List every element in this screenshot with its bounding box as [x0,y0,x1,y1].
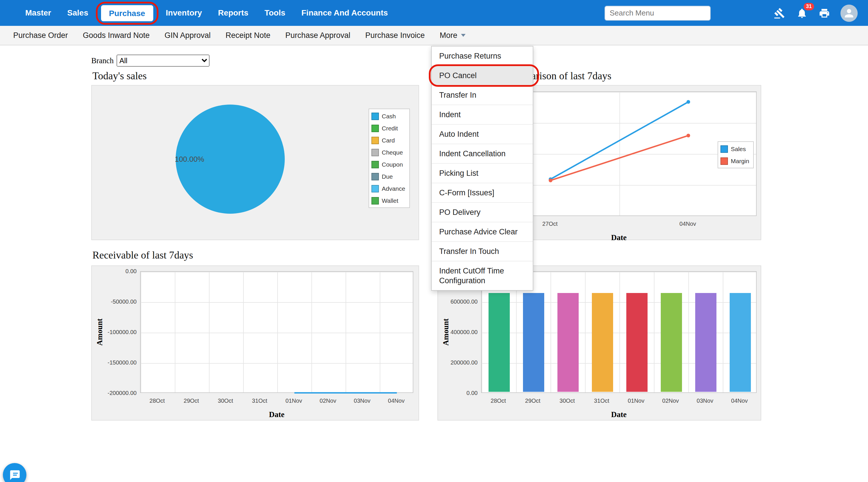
y-tick-label: 200000.00 [438,359,477,366]
legend-label: Due [382,173,393,180]
subnav-receipt-note[interactable]: Receipt Note [218,26,278,45]
x-tick-27oct: 27Oct [542,221,557,227]
x-tick-30oct: 30Oct [559,398,575,404]
y-axis-label: Amount [441,318,451,346]
chat-widget-button[interactable] [3,463,26,482]
legend-item-advance: Advance [371,184,405,193]
menu-item-indent-cancellation[interactable]: Indent Cancellation [432,144,533,164]
chevron-down-icon [461,34,465,37]
menu-item-transfer-in-touch[interactable]: Transfer In Touch [432,242,533,261]
avatar[interactable] [840,4,858,22]
bell-icon[interactable]: 31 [796,7,808,19]
menu-item-auto-indent[interactable]: Auto Indent [432,125,533,144]
gavel-icon[interactable] [773,7,786,19]
bar-31oct [592,293,613,392]
subnav-gin-approval[interactable]: GIN Approval [157,26,218,45]
legend-item-coupon: Coupon [371,160,405,169]
x-tick-03nov: 03Nov [696,398,713,404]
more-dropdown-menu: Purchase ReturnsPO CancelTransfer InInde… [431,46,533,291]
y-tick-label: 0.00 [438,390,477,396]
legend-swatch-margin [720,157,728,165]
nav-finance-and-accounts[interactable]: Finance And Accounts [293,0,396,26]
menu-item-po-cancel[interactable]: PO Cancel [432,66,533,86]
menu-item-c-form-issues[interactable]: C-Form [Issues] [432,183,533,203]
annotation-po-cancel-highlight [429,64,539,87]
subnav-more-label: More [440,26,458,45]
nav-tools[interactable]: Tools [256,0,293,26]
legend-item-cheque: Cheque [371,148,405,157]
y-axis-label: Amount [95,318,104,346]
subnav-purchase-order[interactable]: Purchase Order [6,26,75,45]
pie-slice-label: 100.00% [175,155,205,164]
topnav-right-tools: 31 [604,4,858,22]
legend-label: Margin [731,158,749,164]
y-tick-label: -200000.00 [92,390,136,396]
branch-filter-row: Branch All [91,55,210,67]
purchase-sub-navigation: Purchase Order Goods Inward Note GIN App… [0,26,868,46]
legend-item-margin: Margin [720,156,749,166]
nav-inventory[interactable]: Inventory [158,0,210,26]
legend-label: Coupon [382,161,403,168]
bar-29oct [523,293,544,392]
legend-label: Card [382,137,395,144]
legend-swatch-coupon [371,161,379,168]
today-sales-panel: 100.00% CashCreditCardChequeCouponDueAdv… [91,85,419,240]
printer-icon[interactable] [818,7,831,19]
menu-item-transfer-in[interactable]: Transfer In [432,86,533,105]
x-tick-01nov: 01Nov [628,398,644,404]
legend-label: Cash [382,113,396,119]
bar-04nov [730,293,751,392]
legend-item-sales: Sales [720,144,749,153]
bar-28oct [488,293,509,392]
y-tick-label: 0.00 [92,268,136,274]
bar-02nov [660,293,682,392]
left-column: Today's sales 100.00% CashCreditCardCheq… [91,70,419,432]
search-input[interactable] [604,5,711,20]
x-tick-29oct: 29Oct [184,398,199,404]
x-tick-31oct: 31Oct [594,398,609,404]
branch-select[interactable]: All [117,55,210,67]
legend-item-cash: Cash [371,111,405,121]
legend-swatch-due [371,173,379,180]
app-viewport: Master Sales Purchase Inventory Reports … [0,0,868,482]
x-tick-01nov: 01Nov [286,398,302,404]
x-tick-28oct: 28Oct [491,398,506,404]
menu-item-indent-cutoff-time-configuration[interactable]: Indent CutOff Time Configuration [432,261,533,290]
nav-reports[interactable]: Reports [210,0,257,26]
y-tick-label: -150000.00 [92,359,136,366]
chat-icon [9,469,20,481]
menu-item-po-delivery[interactable]: PO Delivery [432,203,533,222]
x-tick-04nov: 04Nov [731,398,748,404]
nav-purchase-label: Purchase [109,8,145,18]
menu-item-picking-list[interactable]: Picking List [432,164,533,183]
nav-master[interactable]: Master [17,0,59,26]
subnav-purchase-approval[interactable]: Purchase Approval [278,26,358,45]
subnav-more[interactable]: More [432,26,473,45]
bar-03nov [695,293,716,392]
legend-label: Credit [382,125,398,132]
bar-01nov [626,293,647,392]
legend-item-due: Due [371,172,405,181]
nav-purchase[interactable]: Purchase [101,5,153,21]
legend-swatch-card [371,137,379,144]
menu-item-indent[interactable]: Indent [432,105,533,125]
legend-swatch-wallet [371,197,379,204]
pie-legend: CashCreditCardChequeCouponDueAdvanceWall… [369,109,410,208]
legend-item-card: Card [371,136,405,145]
line-chart-legend: SalesMargin [718,141,754,168]
menu-item-purchase-returns[interactable]: Purchase Returns [432,47,533,66]
subnav-purchase-invoice[interactable]: Purchase Invoice [358,26,432,45]
x-tick-03nov: 03Nov [354,398,371,404]
legend-item-credit: Credit [371,123,405,133]
legend-item-wallet: Wallet [371,196,405,205]
x-tick-30oct: 30Oct [218,398,233,404]
x-axis-label: Date [269,410,284,419]
x-tick-31oct: 31Oct [252,398,267,404]
menu-item-purchase-advice-clear[interactable]: Purchase Advice Clear [432,222,533,242]
subnav-goods-inward-note[interactable]: Goods Inward Note [75,26,157,45]
y-tick-label: 600000.00 [438,299,477,305]
nav-sales[interactable]: Sales [59,0,96,26]
x-tick-29oct: 29Oct [525,398,540,404]
legend-label: Wallet [382,197,398,204]
today-sales-title: Today's sales [92,70,147,82]
